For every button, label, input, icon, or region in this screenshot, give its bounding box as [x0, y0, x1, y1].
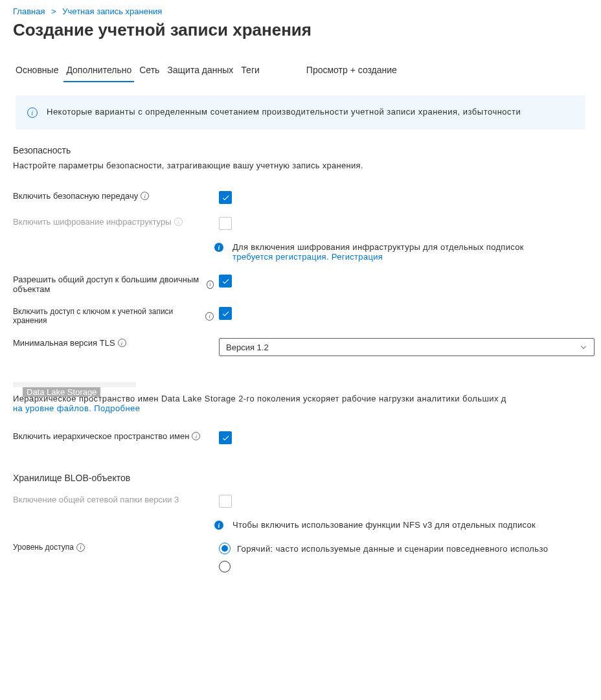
info-icon: i: [214, 521, 223, 530]
info-banner: i Некоторые варианты с определенным соче…: [16, 95, 585, 130]
secure-transfer-checkbox[interactable]: [219, 191, 232, 204]
key-access-checkbox[interactable]: [219, 307, 232, 320]
section-security-desc: Настройте параметры безопасности, затраг…: [0, 161, 601, 185]
check-icon: [221, 277, 230, 286]
help-icon[interactable]: i: [192, 432, 200, 440]
access-tier-hot-label: Горячий: часто используемые данные и сце…: [237, 544, 548, 554]
infra-note-link[interactable]: требуется регистрация. Регистрация: [232, 252, 383, 262]
key-access-label-text: Включить доступ с ключом к учетной запис…: [13, 307, 203, 325]
help-icon[interactable]: i: [118, 339, 126, 347]
infra-encrypt-checkbox: [219, 217, 232, 230]
tab-tags[interactable]: Теги: [238, 60, 262, 82]
blob-public-checkbox[interactable]: [219, 275, 232, 288]
help-icon[interactable]: i: [141, 192, 149, 200]
key-access-label: Включить доступ с ключом к учетной запис…: [13, 307, 214, 325]
access-tier-label-text: Уровень доступа: [13, 543, 74, 552]
breadcrumb-home[interactable]: Главная: [13, 6, 45, 16]
chevron-down-icon: [580, 343, 587, 351]
nfs-note-text: Чтобы включить использование функции NFS…: [232, 520, 536, 530]
page-title: Создание учетной записи хранения: [0, 19, 601, 60]
tab-review-create[interactable]: Просмотр + создание: [304, 60, 400, 82]
tab-data-protection[interactable]: Защита данных: [164, 60, 236, 82]
section-security-heading: Безопасность: [0, 145, 601, 161]
help-icon[interactable]: i: [174, 218, 183, 226]
check-icon: [221, 434, 230, 442]
check-icon: [221, 310, 230, 318]
hns-label-text: Включить иерархическое пространство имен: [13, 431, 189, 441]
help-icon[interactable]: i: [207, 280, 214, 289]
infra-encrypt-label-text: Включить шифрование инфраструктуры: [13, 217, 172, 227]
tls-select[interactable]: Версия 1.2: [219, 338, 595, 356]
breadcrumb-separator: >: [51, 6, 56, 16]
tls-label-text: Минимальная версия TLS: [13, 338, 115, 348]
section-blob-heading: Хранилище BLOB-объектов: [0, 473, 601, 488]
info-banner-text: Некоторые варианты с определенным сочета…: [47, 107, 521, 117]
breadcrumb: Главная > Учетная запись хранения: [0, 0, 601, 19]
info-icon: i: [214, 243, 223, 252]
nfs-note: i Чтобы включить использование функции N…: [0, 516, 601, 536]
hns-label: Включить иерархическое пространство имен…: [13, 431, 214, 441]
info-icon: i: [27, 107, 38, 118]
nfs-label-text: Включение общей сетевой папки версии 3: [13, 495, 179, 504]
infra-note-text: Для включения шифрования инфраструктуры …: [232, 242, 524, 252]
tls-label: Минимальная версия TLS i: [13, 338, 214, 348]
nfs-checkbox: [219, 495, 232, 508]
help-icon[interactable]: i: [205, 312, 214, 321]
infra-encrypt-note: i Для включения шифрования инфраструктур…: [0, 238, 601, 268]
access-tier-hot-radio[interactable]: [219, 543, 231, 554]
nfs-label: Включение общей сетевой папки версии 3: [13, 495, 214, 504]
breadcrumb-current[interactable]: Учетная запись хранения: [62, 6, 162, 16]
dls-learn-more-link[interactable]: на уровне файлов. Подробнее: [13, 403, 140, 413]
hns-checkbox[interactable]: [219, 431, 232, 444]
dls-section-heading: Data Lake Storage: [23, 387, 100, 397]
infra-encrypt-label: Включить шифрование инфраструктуры i: [13, 217, 214, 227]
check-icon: [221, 194, 230, 202]
tab-advanced[interactable]: Дополнительно: [63, 60, 134, 82]
tab-basics[interactable]: Основные: [13, 60, 61, 82]
secure-transfer-label: Включить безопасную передачу i: [13, 191, 214, 201]
secure-transfer-label-text: Включить безопасную передачу: [13, 191, 138, 201]
dls-section-divider: [13, 382, 136, 387]
tab-network[interactable]: Сеть: [137, 60, 162, 82]
tabs-bar: Основные Дополнительно Сеть Защита данны…: [0, 60, 601, 82]
access-tier-label: Уровень доступа i: [13, 543, 214, 552]
blob-public-label: Разрешить общий доступ к большим двоичны…: [13, 275, 214, 294]
access-tier-cool-radio[interactable]: [219, 561, 231, 572]
help-icon[interactable]: i: [76, 543, 85, 552]
blob-public-label-text: Разрешить общий доступ к большим двоичны…: [13, 275, 204, 294]
tls-select-value: Версия 1.2: [226, 343, 269, 352]
